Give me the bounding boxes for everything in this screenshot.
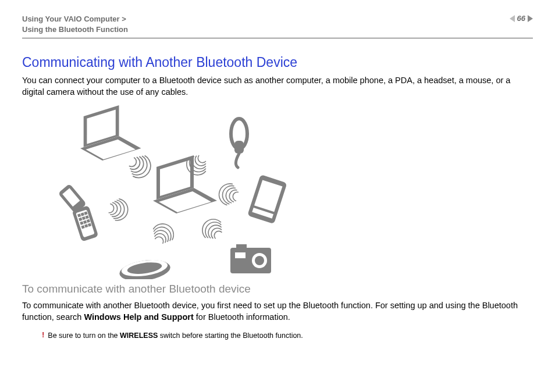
intro-paragraph: You can connect your computer to a Bluet… — [22, 75, 533, 98]
note-a: Be sure to turn on the — [48, 332, 120, 340]
bluetooth-diagram — [45, 105, 296, 279]
page-title: Communicating with Another Bluetooth Dev… — [22, 55, 533, 70]
center-laptop-icon — [153, 155, 217, 213]
breadcrumb-line2: Using the Bluetooth Function — [22, 24, 128, 35]
pda-icon — [247, 174, 287, 224]
instruction-paragraph: To communicate with another Bluetooth de… — [22, 300, 533, 323]
note-bold: WIRELESS — [120, 332, 158, 340]
svg-point-8 — [255, 256, 264, 265]
svg-rect-1 — [234, 141, 244, 154]
breadcrumb[interactable]: Using Your VAIO Computer > Using the Blu… — [22, 14, 128, 34]
page-header: Using Your VAIO Computer > Using the Blu… — [22, 14, 533, 38]
laptop-icon — [80, 105, 141, 161]
warning-note: ! Be sure to turn on the WIRELESS switch… — [22, 331, 533, 340]
para2-b: for Bluetooth information. — [194, 312, 290, 322]
svg-rect-6 — [236, 244, 247, 250]
camera-icon — [230, 244, 271, 273]
note-b: switch before starting the Bluetooth fun… — [158, 332, 303, 340]
breadcrumb-line1: Using Your VAIO Computer > — [22, 14, 128, 24]
section-subtitle: To communicate with another Bluetooth de… — [22, 283, 533, 295]
svg-rect-9 — [235, 252, 246, 258]
prev-page-icon[interactable] — [510, 15, 515, 22]
para2-bold: Windows Help and Support — [84, 312, 193, 322]
mouse-icon — [118, 257, 172, 279]
headset-icon — [231, 119, 247, 168]
page-navigator: 66 — [510, 14, 533, 23]
phone-icon — [56, 180, 99, 244]
warning-text: Be sure to turn on the WIRELESS switch b… — [48, 331, 303, 340]
warning-icon: ! — [42, 331, 44, 338]
next-page-icon[interactable] — [528, 15, 533, 22]
page-number: 66 — [517, 14, 525, 23]
